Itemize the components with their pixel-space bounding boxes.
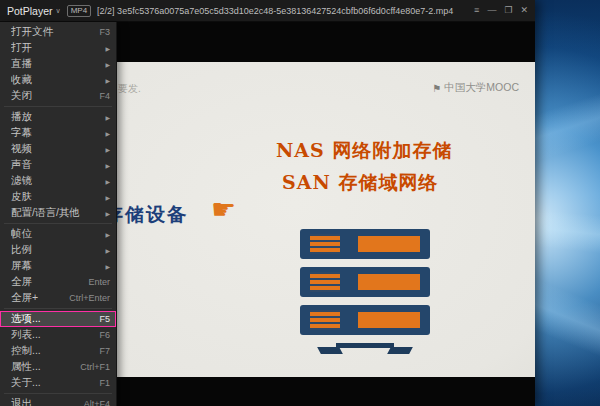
menu-item-video[interactable]: 视频 ▶ [0, 141, 116, 157]
submenu-arrow-icon: ▶ [101, 45, 110, 52]
potplayer-window: PotPlayer ∨ MP4 [2/2] 3e5fc5376a0075a7e0… [0, 0, 535, 406]
menu-item-filters[interactable]: 滤镜 ▶ [0, 173, 116, 189]
menu-item-audio[interactable]: 声音 ▶ [0, 157, 116, 173]
menu-separator [4, 106, 112, 107]
menu-item-control[interactable]: 控制... F7 [0, 343, 116, 359]
menu-item-label: 配置/语言/其他 [11, 206, 101, 220]
menu-item-label: 滤镜 [11, 174, 101, 188]
mooc-watermark: ⚑ 中国大学MOOC [432, 81, 519, 95]
window-title-filename: [2/2] 3e5fc5376a0075a7e05c5d33d10e2c48-5… [97, 6, 466, 16]
submenu-arrow-icon: ▶ [101, 130, 110, 137]
submenu-arrow-icon: ▶ [101, 114, 110, 121]
server-drawer-panel [358, 236, 420, 252]
heading-nas: NAS 网络附加存储 [276, 134, 452, 166]
menu-item-favorites[interactable]: 收藏 ▶ [0, 72, 116, 88]
context-menu: 打开文件 F3 打开 ▶ 直播 ▶ 收藏 ▶ 关闭 F4 播放 ▶ [0, 22, 117, 406]
server-unit [300, 305, 430, 335]
menu-item-shortcut: Ctrl+Enter [65, 293, 110, 303]
titlebar: PotPlayer ∨ MP4 [2/2] 3e5fc5376a0075a7e0… [0, 0, 535, 22]
server-vent-panel [310, 234, 340, 254]
menu-item-label: 帧位 [11, 227, 101, 241]
submenu-arrow-icon: ▶ [101, 162, 110, 169]
server-drawer-panel [358, 274, 420, 290]
close-icon[interactable]: ✕ [520, 6, 528, 15]
menu-item-shortcut: F5 [95, 314, 110, 324]
menu-item-properties[interactable]: 属性... Ctrl+F1 [0, 359, 116, 375]
menu-item-screen[interactable]: 屏幕 ▶ [0, 258, 116, 274]
menu-separator [4, 223, 112, 224]
playlist-menu-icon[interactable]: ≡ [474, 6, 479, 15]
app-menu-button[interactable]: PotPlayer ∨ [7, 5, 61, 17]
menu-item-label: 控制... [11, 344, 95, 358]
menu-item-shortcut: F4 [95, 91, 110, 101]
menu-item-preferences[interactable]: 配置/语言/其他 ▶ [0, 205, 116, 221]
chevron-down-icon: ∨ [56, 7, 61, 15]
server-drawer-panel [358, 312, 420, 328]
menu-item-label: 关于... [11, 376, 95, 390]
heading-san: SAN 存储域网络 [276, 166, 452, 198]
server-unit [300, 229, 430, 259]
menu-separator [4, 308, 112, 309]
menu-item-open[interactable]: 打开 ▶ [0, 40, 116, 56]
menu-item-fullscreen[interactable]: 全屏 Enter [0, 274, 116, 290]
menu-item-close[interactable]: 关闭 F4 [0, 88, 116, 104]
menu-item-exit[interactable]: 退出 Alt+F4 [0, 396, 116, 406]
submenu-arrow-icon: ▶ [101, 178, 110, 185]
mooc-watermark-text: 中国大学MOOC [444, 81, 519, 95]
menu-item-label: 关闭 [11, 89, 95, 103]
window-controls: ≡ — ❐ ✕ [474, 6, 528, 15]
server-vent-panel [310, 310, 340, 330]
screen: PotPlayer ∨ MP4 [2/2] 3e5fc5376a0075a7e0… [0, 0, 600, 406]
menu-item-skins[interactable]: 皮肤 ▶ [0, 189, 116, 205]
menu-item-shortcut: Alt+F4 [80, 399, 110, 406]
menu-item-label: 全屏 [11, 275, 84, 289]
menu-item-label: 全屏+ [11, 291, 65, 305]
minimize-icon[interactable]: — [487, 6, 496, 15]
menu-item-shortcut: F3 [95, 27, 110, 37]
mooc-logo-icon: ⚑ [432, 83, 441, 94]
menu-item-live[interactable]: 直播 ▶ [0, 56, 116, 72]
menu-item-options[interactable]: 选项... F5 [0, 311, 116, 327]
menu-item-open-file[interactable]: 打开文件 F3 [0, 24, 116, 40]
menu-item-label: 字幕 [11, 126, 101, 140]
maximize-icon[interactable]: ❐ [504, 6, 512, 15]
menu-item-label: 属性... [11, 360, 76, 374]
submenu-arrow-icon: ▶ [101, 210, 110, 217]
menu-item-shortcut: Enter [84, 277, 110, 287]
menu-item-label: 退出 [11, 397, 80, 406]
menu-item-label: 屏幕 [11, 259, 101, 273]
submenu-arrow-icon: ▶ [101, 247, 110, 254]
server-feet [309, 347, 421, 354]
menu-item-playlist[interactable]: 列表... F6 [0, 327, 116, 343]
video-caption-fragment: 要发. [118, 82, 141, 96]
menu-item-label: 列表... [11, 328, 95, 342]
menu-separator [4, 393, 112, 394]
menu-item-label: 声音 [11, 158, 101, 172]
menu-item-label: 直播 [11, 57, 101, 71]
video-headings: NAS 网络附加存储 SAN 存储域网络 [276, 134, 452, 198]
menu-item-aspect-ratio[interactable]: 比例 ▶ [0, 242, 116, 258]
server-vent-panel [310, 272, 340, 292]
server-unit [300, 267, 430, 297]
menu-item-frame[interactable]: 帧位 ▶ [0, 226, 116, 242]
pointing-finger-icon: ☛ [211, 193, 236, 226]
menu-item-label: 播放 [11, 110, 101, 124]
submenu-arrow-icon: ▶ [101, 231, 110, 238]
format-badge: MP4 [67, 5, 91, 17]
menu-item-label: 视频 [11, 142, 101, 156]
submenu-arrow-icon: ▶ [101, 146, 110, 153]
menu-item-subtitles[interactable]: 字幕 ▶ [0, 125, 116, 141]
menu-item-fullscreen-plus[interactable]: 全屏+ Ctrl+Enter [0, 290, 116, 306]
menu-item-shortcut: F6 [95, 330, 110, 340]
menu-item-label: 收藏 [11, 73, 101, 87]
submenu-arrow-icon: ▶ [101, 194, 110, 201]
menu-item-label: 皮肤 [11, 190, 101, 204]
submenu-arrow-icon: ▶ [101, 263, 110, 270]
menu-item-shortcut: Ctrl+F1 [76, 362, 110, 372]
menu-item-label: 打开 [11, 41, 101, 55]
menu-item-label: 比例 [11, 243, 101, 257]
menu-item-playback[interactable]: 播放 ▶ [0, 109, 116, 125]
menu-item-label: 选项... [11, 312, 95, 326]
app-name: PotPlayer [7, 5, 53, 17]
menu-item-about[interactable]: 关于... F1 [0, 375, 116, 391]
